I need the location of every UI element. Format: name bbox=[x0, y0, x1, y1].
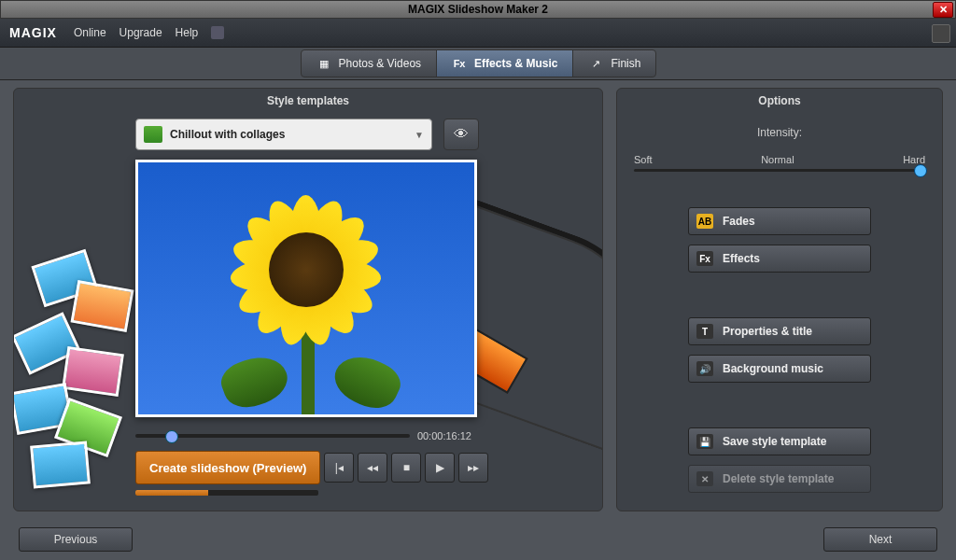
properties-title-button[interactable]: T Properties & title bbox=[688, 317, 871, 345]
tab-effects-music[interactable]: Fx Effects & Music bbox=[436, 49, 573, 77]
skip-start-button[interactable]: |◂ bbox=[324, 453, 354, 483]
seek-row: 00:00:16:12 bbox=[135, 430, 471, 441]
template-thumb-icon bbox=[144, 126, 162, 143]
menu-help[interactable]: Help bbox=[176, 26, 199, 39]
style-templates-panel: Style templates Chillout with collages ▼… bbox=[13, 88, 603, 511]
save-template-button[interactable]: 💾 Save style template bbox=[688, 427, 871, 455]
tab-label: Photos & Videos bbox=[339, 57, 422, 70]
intensity-thumb[interactable] bbox=[914, 164, 927, 177]
skip-start-icon: |◂ bbox=[335, 461, 344, 474]
forward-button[interactable]: ▸▸ bbox=[458, 453, 488, 483]
step-tabs: ▦ Photos & Videos Fx Effects & Music ↗ F… bbox=[0, 48, 956, 80]
template-dropdown[interactable]: Chillout with collages ▼ bbox=[135, 119, 432, 150]
rewind-button[interactable]: ◂◂ bbox=[358, 453, 387, 483]
intensity-soft-label: Soft bbox=[634, 154, 653, 165]
button-label: Background music bbox=[723, 362, 823, 375]
tooltip-icon[interactable] bbox=[211, 26, 224, 39]
panel-header: Options bbox=[617, 89, 942, 113]
intensity-slider[interactable] bbox=[634, 169, 925, 172]
create-slideshow-button[interactable]: Create slideshow (Preview) bbox=[135, 451, 320, 484]
fades-icon: AB bbox=[696, 214, 713, 229]
fx-icon: Fx bbox=[452, 56, 467, 71]
rewind-icon: ◂◂ bbox=[367, 461, 378, 474]
menu-bar: MAGIX Online Upgrade Help bbox=[0, 19, 956, 48]
fx-icon: Fx bbox=[696, 251, 713, 266]
option-buttons: AB Fades Fx Effects T Properties & title… bbox=[617, 207, 942, 493]
photos-icon: ▦ bbox=[316, 56, 331, 71]
finish-icon: ↗ bbox=[588, 56, 603, 71]
window-title: MAGIX Slideshow Maker 2 bbox=[408, 3, 548, 16]
next-button[interactable]: Next bbox=[823, 527, 937, 552]
button-label: Properties & title bbox=[723, 325, 812, 338]
play-icon: ▶ bbox=[436, 461, 444, 474]
menu-online[interactable]: Online bbox=[74, 26, 106, 39]
title-icon: T bbox=[696, 324, 713, 339]
panel-header: Style templates bbox=[14, 89, 602, 113]
seek-thumb[interactable] bbox=[165, 430, 178, 443]
play-button[interactable]: ▶ bbox=[425, 453, 455, 483]
stop-button[interactable]: ■ bbox=[391, 453, 421, 483]
button-label: Effects bbox=[723, 252, 760, 265]
background-music-button[interactable]: 🔊 Background music bbox=[688, 355, 871, 383]
options-panel: Options Intensity: Soft Normal Hard AB F… bbox=[616, 88, 943, 511]
preview-viewport bbox=[135, 160, 477, 417]
footer-nav: Previous Next bbox=[0, 519, 956, 560]
tab-label: Finish bbox=[611, 57, 640, 70]
speaker-icon: 🔊 bbox=[696, 361, 713, 376]
delete-template-button: ✕ Delete style template bbox=[688, 465, 871, 493]
preview-eye-button[interactable]: 👁 bbox=[443, 119, 479, 150]
template-selector-row: Chillout with collages ▼ 👁 bbox=[135, 119, 602, 150]
eye-icon: 👁 bbox=[454, 126, 469, 143]
stop-icon: ■ bbox=[403, 461, 410, 474]
intensity-label: Intensity: bbox=[634, 126, 925, 139]
template-selected-label: Chillout with collages bbox=[170, 128, 285, 141]
save-icon: 💾 bbox=[696, 434, 713, 449]
button-label: Save style template bbox=[723, 435, 826, 448]
menu-upgrade[interactable]: Upgrade bbox=[120, 26, 162, 39]
render-progress bbox=[135, 490, 318, 496]
main-content: Style templates Chillout with collages ▼… bbox=[0, 80, 956, 519]
effects-button[interactable]: Fx Effects bbox=[688, 245, 871, 273]
delete-icon: ✕ bbox=[696, 471, 713, 486]
brand-logo: MAGIX bbox=[9, 25, 57, 40]
fades-button[interactable]: AB Fades bbox=[688, 207, 871, 235]
tab-finish[interactable]: ↗ Finish bbox=[572, 49, 656, 77]
tab-label: Effects & Music bbox=[474, 57, 557, 70]
seek-bar[interactable] bbox=[135, 434, 410, 438]
player-controls: Create slideshow (Preview) |◂ ◂◂ ■ ▶ ▸▸ bbox=[135, 451, 602, 484]
scattered-photos-deco bbox=[13, 257, 139, 511]
restore-button[interactable] bbox=[932, 24, 950, 43]
title-bar: MAGIX Slideshow Maker 2 ✕ bbox=[0, 0, 956, 19]
intensity-normal-label: Normal bbox=[761, 154, 794, 165]
chevron-down-icon: ▼ bbox=[415, 130, 424, 140]
tab-photos-videos[interactable]: ▦ Photos & Videos bbox=[301, 49, 438, 77]
intensity-scale-labels: Soft Normal Hard bbox=[634, 154, 925, 165]
previous-button[interactable]: Previous bbox=[19, 527, 133, 552]
forward-icon: ▸▸ bbox=[468, 461, 479, 474]
close-button[interactable]: ✕ bbox=[933, 2, 953, 18]
button-label: Delete style template bbox=[723, 472, 834, 485]
button-label: Fades bbox=[723, 215, 755, 228]
